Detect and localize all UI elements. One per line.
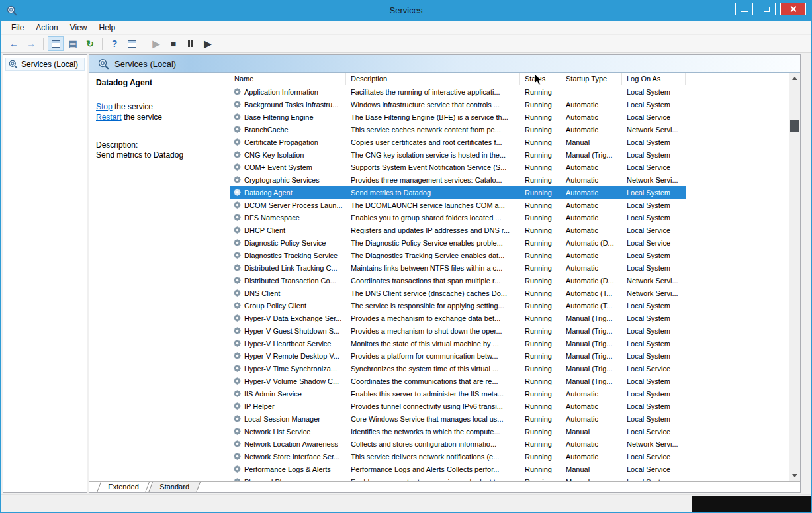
pause-service-button[interactable] [183, 36, 199, 51]
cell-status: Running [520, 274, 561, 287]
menu-file[interactable]: File [5, 21, 30, 34]
minimize-button[interactable] [735, 3, 753, 15]
close-button[interactable] [780, 3, 806, 15]
refresh-button[interactable]: ↻ [82, 36, 98, 51]
cell-description: Coordinates transactions that span multi… [346, 274, 520, 287]
restart-service-line: Restart the service [96, 112, 223, 122]
help-button[interactable]: ? [107, 36, 122, 51]
cell-name: Hyper-V Remote Desktop V... [230, 350, 346, 362]
table-row[interactable]: Group Policy ClientThe service is respon… [230, 299, 686, 312]
stop-service-link[interactable]: Stop [96, 102, 113, 111]
column-header-name[interactable]: Name [230, 73, 346, 85]
cell-log-on-as: Local System [622, 261, 686, 274]
cell-description: Supports System Event Notification Servi… [346, 161, 520, 173]
table-row[interactable]: Cryptographic ServicesProvides three man… [230, 173, 686, 186]
cell-startup-type: Automatic (D... [561, 274, 622, 287]
show-console-tree-button[interactable] [48, 36, 64, 51]
service-gear-icon [233, 226, 242, 234]
table-row[interactable]: Certificate PropagationCopies user certi… [230, 136, 686, 148]
help-icon: ? [112, 39, 118, 48]
menu-view[interactable]: View [64, 21, 93, 34]
bottom-right-dark-region [692, 496, 811, 512]
restart-service-button[interactable]: ▶ [200, 36, 216, 51]
service-gear-icon [233, 87, 242, 96]
table-row[interactable]: COM+ Event SystemSupports System Event N… [230, 161, 686, 173]
cell-startup-type: Automatic [561, 186, 622, 199]
table-row[interactable]: Plug and PlayEnables a computer to recog… [230, 475, 686, 481]
service-gear-icon [233, 402, 242, 410]
table-row[interactable]: Hyper-V Volume Shadow C...Coordinates th… [230, 375, 686, 387]
properties-button[interactable] [124, 36, 140, 51]
scroll-up-button[interactable] [789, 73, 800, 84]
service-list: Application InformationFacilitates the r… [230, 85, 789, 481]
table-row[interactable]: DHCP ClientRegisters and updates IP addr… [230, 224, 686, 236]
table-row[interactable]: Datadog AgentSend metrics to DatadogRunn… [230, 186, 686, 199]
cell-startup-type: Manual (Trig... [561, 324, 622, 337]
menu-help[interactable]: Help [93, 21, 122, 34]
maximize-button[interactable] [758, 3, 776, 15]
table-row[interactable]: Diagnostic Policy ServiceThe Diagnostic … [230, 236, 686, 249]
table-row[interactable]: CNG Key IsolationThe CNG key isolation s… [230, 148, 686, 161]
table-row[interactable]: Distributed Link Tracking C...Maintains … [230, 261, 686, 274]
cell-log-on-as: Network Servi... [622, 173, 686, 186]
table-row[interactable]: Diagnostics Tracking ServiceThe Diagnost… [230, 249, 686, 261]
pause-icon [188, 40, 193, 47]
column-header-startup-type[interactable]: Startup Type [561, 73, 622, 85]
cell-status: Running [520, 412, 561, 425]
start-service-button[interactable]: ▶ [148, 36, 164, 51]
table-row[interactable]: Network Location AwarenessCollects and s… [230, 438, 686, 450]
menu-action[interactable]: Action [30, 21, 64, 34]
table-row[interactable]: IIS Admin ServiceEnables this server to … [230, 387, 686, 400]
tab-standard[interactable]: Standard [149, 482, 201, 492]
table-row[interactable]: Base Filtering EngineThe Base Filtering … [230, 111, 686, 123]
column-header-log-on-as[interactable]: Log On As [622, 73, 686, 85]
vertical-scrollbar[interactable] [789, 73, 800, 481]
tree-item-services-local[interactable]: Services (Local) [5, 58, 85, 71]
scroll-down-button[interactable] [789, 470, 800, 481]
table-row[interactable]: Hyper-V Data Exchange Ser...Provides a m… [230, 312, 686, 324]
table-row[interactable]: Hyper-V Time Synchroniza...Synchronizes … [230, 362, 686, 375]
service-gear-icon [233, 377, 242, 385]
scroll-thumb[interactable] [790, 120, 799, 132]
table-row[interactable]: Network Store Interface Ser...This servi… [230, 450, 686, 463]
title-bar[interactable]: Services [1, 1, 811, 21]
mouse-cursor-icon [534, 73, 543, 86]
table-row[interactable]: Local Session ManagerCore Windows Servic… [230, 412, 686, 425]
table-row[interactable]: Network List ServiceIdentifies the netwo… [230, 425, 686, 438]
table-row[interactable]: DFS NamespaceEnables you to group shared… [230, 211, 686, 224]
table-row[interactable]: Distributed Transaction Co...Coordinates… [230, 274, 686, 287]
table-row[interactable]: Hyper-V Heartbeat ServiceMonitors the st… [230, 337, 686, 350]
cell-log-on-as: Local Service [622, 161, 686, 173]
restart-service-link[interactable]: Restart [96, 113, 122, 122]
table-row[interactable]: Hyper-V Guest Shutdown S...Provides a me… [230, 324, 686, 337]
cell-log-on-as: Local System [622, 148, 686, 161]
service-gear-icon [233, 175, 242, 184]
forward-arrow-icon: → [26, 39, 36, 48]
cell-log-on-as: Local System [622, 324, 686, 337]
cell-name: Network List Service [230, 425, 346, 438]
cell-log-on-as: Network Servi... [622, 274, 686, 287]
table-row[interactable]: DNS ClientThe DNS Client service (dnscac… [230, 287, 686, 299]
stop-service-button[interactable]: ■ [165, 36, 181, 51]
table-row[interactable]: Performance Logs & AlertsPerformance Log… [230, 463, 686, 475]
cell-description: The service is responsible for applying … [346, 299, 520, 312]
table-row[interactable]: DCOM Server Process Laun...The DCOMLAUNC… [230, 199, 686, 211]
cell-log-on-as: Local System [622, 387, 686, 400]
export-list-button[interactable]: ▤ [65, 36, 81, 51]
table-row[interactable]: Hyper-V Remote Desktop V...Provides a pl… [230, 350, 686, 362]
cell-log-on-as: Local Service [622, 463, 686, 475]
cell-description: Facilitates the running of interactive a… [346, 85, 520, 98]
column-header-description[interactable]: Description [346, 73, 520, 85]
forward-button[interactable]: → [23, 36, 39, 51]
service-gear-icon [233, 314, 242, 322]
cell-startup-type: Automatic [561, 387, 622, 400]
cell-name: Background Tasks Infrastru... [230, 98, 346, 111]
table-row[interactable]: IP HelperProvides tunnel connectivity us… [230, 400, 686, 412]
tab-extended[interactable]: Extended [97, 482, 150, 492]
back-button[interactable]: ← [6, 36, 22, 51]
table-row[interactable]: Application InformationFacilitates the r… [230, 85, 686, 98]
cell-name: DFS Namespace [230, 211, 346, 224]
table-row[interactable]: Background Tasks Infrastru...Windows inf… [230, 98, 686, 111]
cell-startup-type: Manual (Trig... [561, 362, 622, 375]
table-row[interactable]: BranchCacheThis service caches network c… [230, 123, 686, 136]
